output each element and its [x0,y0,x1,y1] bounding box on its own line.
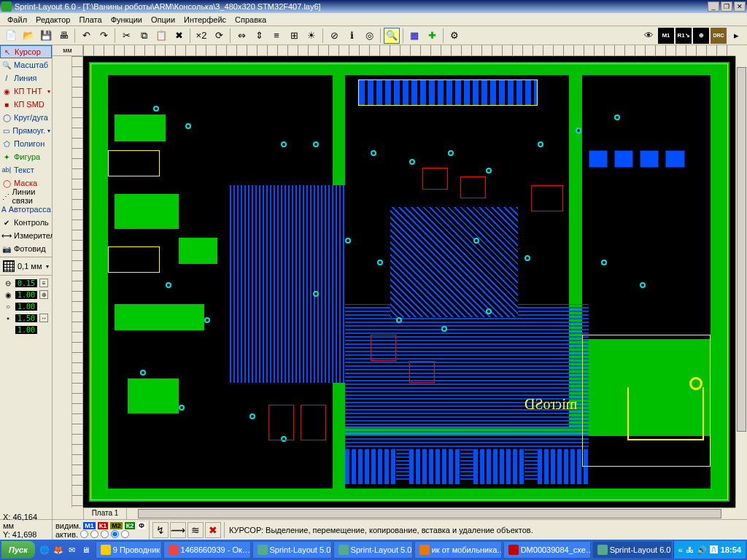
undo-button[interactable]: ↶ [78,28,94,44]
track-width[interactable]: ⊖0.15≡ [0,277,52,289]
ql-desktop-icon[interactable]: 🖥 [80,542,93,557]
tool-rect[interactable]: ▭Прямоуг.▾ [0,124,52,137]
menu-file[interactable]: Файл [3,15,31,24]
layer-k2-button[interactable]: ⊕ [693,28,709,44]
layer-radio-m1[interactable] [80,530,88,538]
info-button[interactable]: ℹ [344,28,360,44]
task-browser[interactable]: 1468660939 - Ок… [163,541,251,559]
menu-help[interactable]: Справка [231,15,271,24]
layer-k1-button[interactable]: R1↘ [676,28,692,44]
tool-cursor[interactable]: ↖Курсор [0,45,52,58]
dup-button[interactable]: ×2 [193,28,209,44]
ql-ff-icon[interactable]: 🦊 [52,542,65,557]
settings-button[interactable]: ⚙ [446,28,462,44]
task-explorer[interactable]: 9 Проводник [96,541,162,559]
layer-button[interactable]: ▦ [406,28,422,44]
scrollbar-vertical[interactable] [735,56,747,508]
tray-vol-icon[interactable]: 🔊 [697,545,707,555]
tool-zoom[interactable]: 🔍Масштаб [0,58,52,71]
maximize-button[interactable]: ❐ [721,1,732,12]
align-button[interactable]: ≡ [268,28,285,44]
minimize-button[interactable]: _ [708,1,719,12]
task-sl5a[interactable]: Sprint-Layout 5.0 [252,541,332,559]
macro-button[interactable]: ◎ [361,28,377,44]
tool-drc[interactable]: ✔Контроль [0,216,52,229]
tool-circle[interactable]: ◯Круг/дуга [0,111,52,124]
connector-bot-2 [409,449,460,484]
menu-board[interactable]: Плата [74,15,106,24]
ruler-horizontal [83,45,735,56]
menu-interface[interactable]: Интерфейс [179,15,231,24]
tray-arrow-icon[interactable]: « [678,545,683,554]
quick-launch: 🌐 🦊 ✉ 🖥 [36,542,94,557]
layer-m1-button[interactable]: М1 [658,28,674,44]
tool-text[interactable]: ab|Текст [0,163,52,176]
tool-ratsnest[interactable]: ⋰Линии связи [0,190,52,203]
copy-button[interactable]: ⧉ [136,28,152,44]
tool-autoroute[interactable]: AАвтотрасса [0,203,52,216]
toolbar: 📄 📂 💾 🖶 ↶ ↷ ✂ ⧉ 📋 ✖ ×2 ⟳ ⇔ ⇕ ≡ ⊞ ☀ ⊘ ℹ ◎… [0,26,747,45]
start-button[interactable]: Пуск [1,541,35,559]
layer-radio-k2[interactable] [111,530,119,538]
cut-button[interactable]: ✂ [118,28,134,44]
pad-inner[interactable]: ○1.00 [0,300,52,312]
redo-button[interactable]: ↷ [96,28,112,44]
sb-tool4[interactable]: ✖ [205,522,221,538]
sb-tool2[interactable]: ⟿ [170,522,186,538]
tool-line[interactable]: /Линия [0,71,52,85]
layer-radio-f[interactable] [121,530,129,538]
system-tray[interactable]: « 🖧 🔊 🅰 18:54 [673,541,746,559]
tool-tht[interactable]: ◉КП ТНТ▾ [0,85,52,98]
drc-button[interactable]: DRC [711,28,727,44]
smd-w[interactable]: ▪1.50↔ [0,312,52,324]
ql-mail-icon[interactable]: ✉ [66,542,79,557]
sb-tool3[interactable]: ≋ [187,522,204,538]
snap-button[interactable]: ⊞ [286,28,302,44]
clock[interactable]: 18:54 [721,545,741,554]
print-button[interactable]: 🖶 [55,28,71,44]
ruler-unit: мм [53,45,83,56]
tool-poly[interactable]: ⬠Полигон [0,137,52,150]
drill-button[interactable]: ✚ [424,28,440,44]
tool-smd[interactable]: ■КП SMD [0,98,52,111]
paste-button[interactable]: 📋 [153,28,169,44]
save-button[interactable]: 💾 [38,28,54,44]
tool-photo[interactable]: 📷Фотовид [0,242,52,255]
board-tab[interactable]: Плата 1 [83,508,127,519]
tool-shape[interactable]: ✦Фигура [0,150,52,163]
pcb-canvas[interactable]: microSD [83,56,735,508]
menu-functions[interactable]: Функции [107,15,147,24]
scrollbar-horizontal[interactable] [127,508,735,519]
lib-button[interactable]: ▸ [728,28,744,44]
tray-lang-icon[interactable]: 🅰 [710,545,718,554]
mirror-h-button[interactable]: ⇔ [233,28,249,44]
group-button[interactable]: ☀ [303,28,320,44]
menu-options[interactable]: Опции [147,15,179,24]
sb-tool1[interactable]: ↯ [152,522,169,538]
status-bar: X: 46,164 мм Y: 41,698 мм видим. М1 К1 М… [0,519,747,540]
layer-radio-k1[interactable] [90,530,98,538]
grid-setting[interactable]: 0,1 мм ▾ [0,259,52,273]
rotate-button[interactable]: ⟳ [211,28,227,44]
ruler-vertical [72,56,83,508]
tray-net-icon[interactable]: 🖧 [686,545,694,554]
open-button[interactable]: 📂 [20,28,36,44]
zoom-button[interactable]: 🔍 [384,28,400,44]
pad-outer[interactable]: ◉1.00⊕ [0,289,52,300]
close-button[interactable]: ✕ [734,1,746,12]
remove-button[interactable]: ⊘ [326,28,342,44]
smd-h[interactable]: 1.00 [0,324,52,335]
layer-radio-m2[interactable] [101,530,109,538]
new-button[interactable]: 📄 [3,28,19,44]
tool-measure[interactable]: ⟷Измеритель [0,229,52,242]
task-sl5b[interactable]: Sprint-Layout 5.0 [333,541,413,559]
delete-button[interactable]: ✖ [171,28,187,44]
ql-ie-icon[interactable]: 🌐 [38,542,51,557]
menu-edit[interactable]: Редактор [31,15,74,24]
grid-icon [3,260,15,272]
eye-button[interactable]: 👁 [640,28,657,44]
task-pdf[interactable]: DM00039084_схе… [503,541,591,559]
mirror-v-button[interactable]: ⇕ [251,28,267,44]
task-sl6[interactable]: Sprint-Layout 6.0 [592,541,672,559]
task-ff2[interactable]: ик от мобильника… [414,541,502,559]
